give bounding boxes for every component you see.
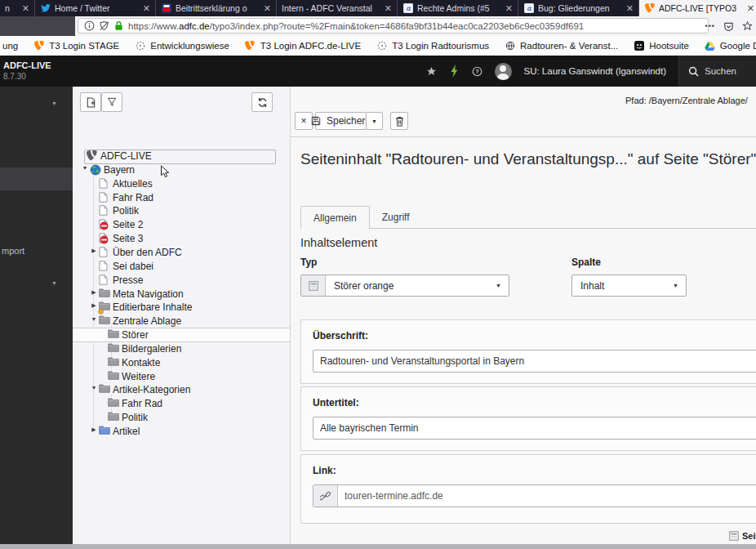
doc-header: Pfad: /Bayern/Zentrale Ablage/ × Speiche… [291,87,756,137]
caret-right-icon[interactable]: ▶ [90,426,98,433]
bookmark-item[interactable]: T3 Login STAGE [33,41,119,51]
active-module-highlight[interactable] [0,167,73,190]
tree-item-artikel[interactable]: ▶Artikel [73,425,290,438]
tab-close-icon[interactable]: ✕ [624,3,634,14]
bookmark-item[interactable]: Hootsuite [634,41,689,51]
otrs-favicon: α [523,3,534,14]
save-options-button[interactable]: ▼ [366,112,383,130]
module-group-collapse-icon[interactable]: ▼ [51,280,57,286]
backend-search[interactable]: Suchen [678,56,756,87]
pocket-shield-icon[interactable] [723,21,734,32]
caret-right-icon[interactable]: ▶ [90,302,98,309]
tree-item-adfc-live[interactable]: ADFC-LIVE [73,150,290,163]
logged-in-user[interactable]: SU: Laura Ganswindt (lganswindt) [524,66,667,76]
module-collapse-icon[interactable]: ▼ [51,100,57,106]
new-page-button[interactable] [80,92,101,112]
typ-select[interactable]: Störer orange▼ [300,274,509,297]
tree-item-editierbare-inhalte[interactable]: ▶Editierbare Inhalte [73,301,290,314]
tree-item-seite-3[interactable]: Seite 3 [73,232,290,245]
delete-button[interactable] [390,112,408,130]
bookmark-star-icon[interactable] [742,21,753,32]
user-avatar[interactable] [495,63,512,80]
tab-close-icon[interactable]: ✕ [140,3,150,14]
bookmark-label: T3 Login STAGE [49,41,119,51]
caret-right-icon[interactable]: ▶ [90,248,98,254]
page-actions-icon[interactable]: ••• [705,22,715,30]
tree-item-bayern[interactable]: ▼Bayern [73,163,290,176]
tab-close-icon[interactable]: ✕ [745,3,754,14]
untertitel-input[interactable] [313,417,756,440]
tree-item-artikel-kategorien[interactable]: ▼Artikel-Kategorien [73,383,290,396]
tree-item-seite-2[interactable]: Seite 2 [73,218,290,231]
bookmark-item[interactable]: T3 Login Radtourismus [376,41,489,51]
bookmark-item[interactable]: ung [2,41,18,51]
module-menu[interactable]: ▼ mport ▼ [0,87,73,544]
browser-tab[interactable]: Beitrittserklärung o✕ [156,0,277,16]
tab-close-icon[interactable]: ✕ [20,3,29,14]
spalte-select[interactable]: Inhalt▼ [571,274,687,297]
tab-title: Home / Twitter [55,3,136,13]
browser-tab[interactable]: ADFC-LIVE [TYPO3✕ [639,0,756,16]
browser-tab[interactable]: αBug: Gliederungen✕ [518,0,639,16]
caret-down-icon[interactable]: ▼ [81,165,89,171]
tab-allgemein[interactable]: Allgemein [300,206,370,229]
window-bottom-strip [0,544,756,549]
tree-item-zentrale-ablage[interactable]: ▼Zentrale Ablage [73,315,290,328]
tree-item-bildergalerien[interactable]: Bildergalerien [73,342,290,355]
content-element-icon [301,275,326,296]
browser-tab[interactable]: αRechte Admins (#5✕ [398,0,518,16]
tree-item-politik[interactable]: Politik [73,204,290,217]
folder-icon [108,343,119,355]
browser-tab[interactable]: Home / Twitter✕ [35,0,156,16]
tree-item--ber-den-adfc[interactable]: ▶Über den ADFC [73,246,290,259]
browser-tab[interactable]: Intern - ADFC Veranstal✕ [277,0,398,16]
caret-down-icon[interactable]: ▼ [90,316,98,322]
close-button[interactable]: × [295,112,313,130]
twitter-favicon [40,3,51,14]
tracking-protection-icon[interactable] [99,20,109,31]
tree-item-fahr-rad[interactable]: Fahr Rad [73,191,290,204]
tab-close-icon[interactable]: ✕ [261,3,271,14]
bookmark-item[interactable]: T3 Login ADFC.de-LIVE [245,41,361,51]
caret-down-icon[interactable]: ▼ [90,385,98,391]
bookmark-item[interactable]: Entwicklungswiese [135,41,229,51]
tab-zugriff[interactable]: Zugriff [370,206,422,228]
tree-item-label: Seite 3 [113,233,143,244]
tree-item-aktuelles[interactable]: Aktuelles [73,177,290,190]
tree-item-st-rer[interactable]: Störer [73,328,290,342]
filter-button[interactable] [101,92,122,112]
tree-item-fahr-rad[interactable]: Fahr Rad [73,397,290,410]
tab-close-icon[interactable]: ✕ [382,3,392,14]
hootsuite-favicon [634,41,644,51]
save-button[interactable]: Speichern [315,112,367,130]
ueberschrift-input[interactable] [313,350,756,373]
folder-icon [108,357,119,368]
info-icon[interactable] [84,20,95,31]
browser-tab-bar: n✕Home / Twitter✕Beitrittserklärung o✕In… [0,0,756,16]
tree-item-meta-navigation[interactable]: ▶Meta Navigation [73,288,290,301]
tree-item-kontakte[interactable]: Kontakte [73,356,290,369]
bookmarks-star-icon[interactable] [426,66,437,77]
chevron-down-icon: ▼ [496,283,501,288]
caret-right-icon[interactable]: ▶ [90,289,98,296]
link-input[interactable] [338,485,756,507]
bookmark-item[interactable]: Radtouren- & Veranst... [505,41,618,51]
site-name: ADFC-LIVE [3,60,51,70]
svg-text:?: ? [475,67,479,74]
help-icon[interactable]: ? [472,66,483,77]
tree-item-label: Seite 2 [113,219,143,230]
tree-item-politik[interactable]: Politik [73,411,290,424]
page-icon [99,205,110,216]
refresh-tree-button[interactable] [251,92,273,112]
typ-label: Typ [300,257,317,268]
tab-close-icon[interactable]: ✕ [503,3,513,14]
bookmark-item[interactable]: Google Drive - Zugriff... [705,41,756,51]
tree-item-presse[interactable]: Presse [73,274,290,287]
tree-item-weitere[interactable]: Weitere [73,370,290,383]
url-bar[interactable]: https://www.adfc.de/typo3/index.php?rout… [78,18,709,33]
module-label-clipped[interactable]: mport [2,246,24,256]
browser-tab[interactable]: n✕ [0,0,35,16]
tree-item-sei-dabei[interactable]: Sei dabei [73,260,290,273]
link-chain-icon [314,485,338,507]
clear-cache-bolt-icon[interactable] [449,66,460,77]
